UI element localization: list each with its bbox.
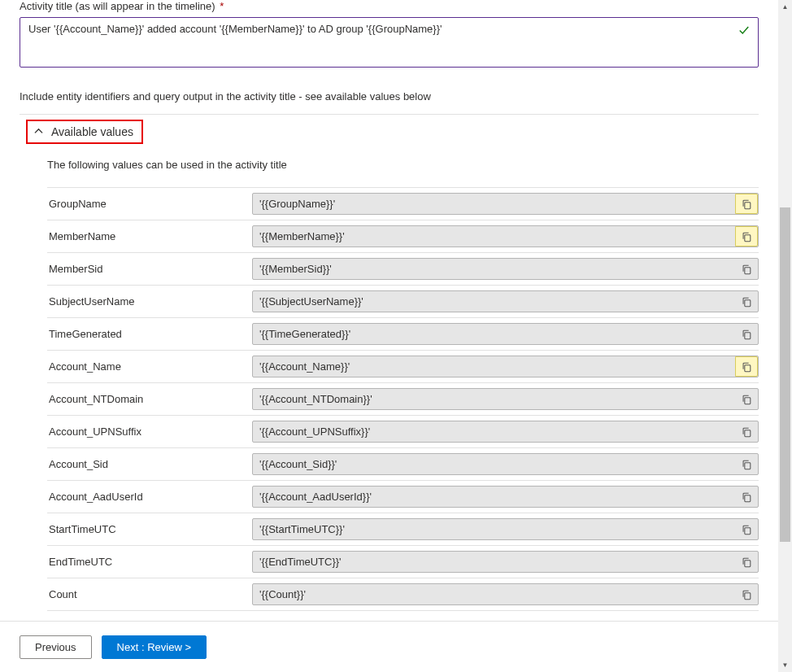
svg-rect-4 [745,332,751,338]
value-name: TimeGenerated [47,328,252,340]
value-row: TimeGenerated'{{TimeGenerated}}' [47,318,759,351]
svg-rect-12 [745,592,751,599]
svg-rect-8 [745,462,751,469]
value-name: GroupName [47,198,252,210]
copy-icon[interactable] [735,454,758,474]
value-name: SubjectUserName [47,295,252,308]
value-name: Account_AadUserId [47,491,252,503]
value-token-box[interactable]: '{{Account_NTDomain}}' [252,388,759,410]
value-row: MemberName'{{MemberName}}' [47,220,759,253]
value-token-box[interactable]: '{{TimeGenerated}}' [252,323,759,345]
value-name: MemberSid [47,263,252,275]
value-token-box[interactable]: '{{Account_AadUserId}}' [252,486,759,508]
value-token-wrap: '{{Account_AadUserId}}' [252,486,759,508]
value-row: MemberSid'{{MemberSid}}' [47,253,759,286]
copy-icon[interactable] [735,584,758,604]
svg-rect-7 [745,430,751,436]
form-scroll-area[interactable]: Activity title (as will appear in the ti… [0,0,778,621]
value-row: EndTimeUTC'{{EndTimeUTC}}' [47,546,759,578]
vertical-scrollbar[interactable]: ▲ ▼ [778,0,792,672]
activity-title-input-wrapper[interactable]: User '{{Account_Name}}' added account '{… [20,17,759,68]
copy-icon[interactable] [735,194,758,214]
previous-button[interactable]: Previous [20,635,92,659]
svg-rect-0 [745,202,751,208]
svg-rect-3 [745,299,751,306]
value-token-wrap: '{{TimeGenerated}}' [252,323,759,345]
value-token-wrap: '{{StartTimeUTC}}' [252,518,759,540]
value-token-wrap: '{{SubjectUserName}}' [252,290,759,312]
value-row: Account_UPNSuffix'{{Account_UPNSuffix}}' [47,416,759,448]
svg-rect-2 [745,267,751,273]
activity-title-label: Activity title (as will appear in the ti… [20,0,759,12]
value-token-wrap: '{{Account_NTDomain}}' [252,388,759,410]
next-review-button[interactable]: Next : Review > [102,635,207,659]
value-token-box[interactable]: '{{MemberSid}}' [252,258,759,280]
value-name: Account_NTDomain [47,393,252,405]
copy-icon[interactable] [735,291,758,312]
value-token-wrap: '{{MemberSid}}' [252,258,759,280]
value-row: Account_NTDomain'{{Account_NTDomain}}' [47,383,759,416]
svg-rect-5 [745,364,751,371]
value-token-box[interactable]: '{{SubjectUserName}}' [252,290,759,312]
svg-rect-6 [745,397,751,404]
value-token-box[interactable]: '{{Account_UPNSuffix}}' [252,421,759,443]
svg-rect-9 [745,495,751,501]
value-row: Account_Name'{{Account_Name}}' [47,351,759,383]
copy-icon[interactable] [735,421,758,442]
valid-check-icon [732,23,750,37]
value-token-box[interactable]: '{{StartTimeUTC}}' [252,518,759,540]
activity-title-input[interactable]: User '{{Account_Name}}' added account '{… [28,23,732,35]
value-token-box[interactable]: '{{GroupName}}' [252,193,759,215]
value-token-box[interactable]: '{{Account_Name}}' [252,356,759,377]
value-name: Count [47,588,252,600]
scroll-thumb[interactable] [780,207,790,543]
value-row: Account_AadUserId'{{Account_AadUserId}}' [47,481,759,513]
available-values-toggle[interactable]: Available values [26,120,143,144]
copy-icon[interactable] [735,259,758,279]
copy-icon[interactable] [735,552,758,572]
value-name: Account_Name [47,360,252,373]
copy-icon[interactable] [735,487,758,507]
scroll-up-arrow-icon[interactable]: ▲ [778,0,792,14]
scroll-track[interactable] [778,14,792,658]
svg-rect-1 [745,234,751,241]
value-name: Account_Sid [47,458,252,470]
value-token-wrap: '{{GroupName}}' [252,193,759,215]
value-token-wrap: '{{MemberName}}' [252,225,759,247]
available-values-description: The following values can be used in the … [47,159,759,171]
required-indicator: * [220,0,224,12]
value-token-wrap: '{{Account_Sid}}' [252,453,759,475]
label-text: Activity title (as will appear in the ti… [20,0,215,12]
value-token-box[interactable]: '{{MemberName}}' [252,225,759,247]
value-name: MemberName [47,230,252,242]
value-row: GroupName'{{GroupName}}' [47,188,759,220]
svg-rect-11 [745,560,751,566]
helper-text: Include entity identifiers and query out… [20,90,759,103]
value-token-box[interactable]: '{{EndTimeUTC}}' [252,551,759,573]
value-token-wrap: '{{Account_Name}}' [252,356,759,377]
value-name: EndTimeUTC [47,556,252,568]
value-token-box[interactable]: '{{Count}}' [252,583,759,605]
value-token-wrap: '{{Account_UPNSuffix}}' [252,421,759,443]
value-row: SubjectUserName'{{SubjectUserName}}' [47,286,759,318]
value-name: StartTimeUTC [47,523,252,535]
copy-icon[interactable] [735,226,758,247]
svg-rect-10 [745,527,751,534]
value-token-box[interactable]: '{{Account_Sid}}' [252,453,759,475]
wizard-footer: Previous Next : Review > [0,621,778,672]
value-row: Account_Sid'{{Account_Sid}}' [47,448,759,481]
value-token-wrap: '{{EndTimeUTC}}' [252,551,759,573]
chevron-up-icon [34,127,43,137]
value-row: StartTimeUTC'{{StartTimeUTC}}' [47,513,759,546]
value-row: Count'{{Count}}' [47,578,759,611]
value-name: Account_UPNSuffix [47,425,252,438]
copy-icon[interactable] [735,324,758,344]
copy-icon[interactable] [735,356,758,377]
available-values-header-text: Available values [51,125,133,138]
copy-icon[interactable] [735,389,758,409]
available-values-table: GroupName'{{GroupName}}'MemberName'{{Mem… [47,187,759,611]
scroll-down-arrow-icon[interactable]: ▼ [778,658,792,672]
copy-icon[interactable] [735,519,758,539]
value-token-wrap: '{{Count}}' [252,583,759,605]
section-divider [20,114,759,115]
